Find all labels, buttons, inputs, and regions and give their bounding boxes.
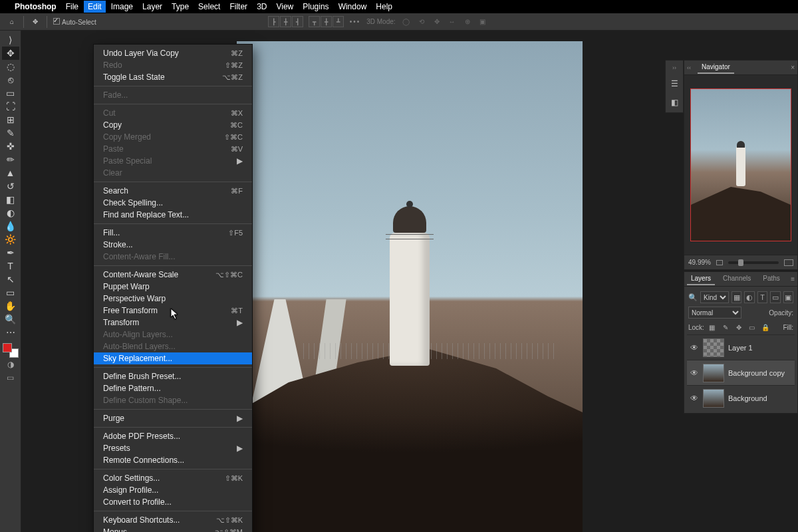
filter-smart-icon[interactable]: ▣ — [783, 291, 793, 303]
menu-view[interactable]: View — [276, 2, 293, 11]
filter-type-icon[interactable]: T — [757, 291, 767, 303]
zoom-slider[interactable] — [728, 261, 779, 264]
menu-item-assign-profile[interactable]: Assign Profile... — [94, 484, 252, 496]
menu-item-search[interactable]: Search⌘F — [94, 185, 252, 197]
menu-item-define-brush-preset[interactable]: Define Brush Preset... — [94, 370, 252, 382]
visibility-eye-icon[interactable]: 👁 — [690, 343, 699, 352]
3d-pan-icon[interactable]: ✥ — [432, 17, 442, 27]
menu-edit[interactable]: Edit — [84, 1, 106, 13]
layer-thumbnail[interactable] — [703, 338, 724, 357]
lasso-tool[interactable]: ⎋ — [2, 73, 19, 86]
zoom-tool[interactable]: 🔍 — [2, 313, 19, 326]
object-select-tool[interactable]: ▭ — [2, 86, 19, 100]
lock-position-icon[interactable]: ✥ — [733, 322, 744, 332]
align-center-h-icon[interactable]: ╋ — [280, 16, 291, 27]
menu-file[interactable]: File — [66, 2, 78, 11]
menu-item-keyboard-shortcuts[interactable]: Keyboard Shortcuts...⌥⇧⌘K — [94, 514, 252, 526]
blend-mode-select[interactable]: Normal — [688, 307, 741, 319]
filter-adjust-icon[interactable]: ◐ — [744, 291, 754, 303]
menu-select[interactable]: Select — [198, 2, 220, 11]
menu-item-undo-layer-via-copy[interactable]: Undo Layer Via Copy⌘Z — [94, 47, 252, 59]
menu-filter[interactable]: Filter — [229, 2, 247, 11]
dodge-tool[interactable]: 🔆 — [2, 233, 19, 246]
menu-item-copy[interactable]: Copy⌘C — [94, 119, 252, 131]
clone-stamp-tool[interactable]: ▲ — [2, 166, 19, 180]
menu-item-convert-to-profile[interactable]: Convert to Profile... — [94, 496, 252, 508]
menu-item-purge[interactable]: Purge▶ — [94, 412, 252, 424]
menu-window[interactable]: Window — [338, 2, 367, 11]
menu-3d[interactable]: 3D — [257, 2, 267, 11]
home-icon[interactable]: ⌂ — [7, 17, 17, 27]
move-tool-icon[interactable]: ✥ — [30, 17, 41, 27]
zoom-in-icon[interactable] — [784, 259, 793, 266]
menu-item-color-settings[interactable]: Color Settings...⇧⌘K — [94, 472, 252, 484]
foreground-color[interactable] — [3, 343, 12, 352]
move-tool[interactable]: ✥ — [2, 47, 19, 60]
layer-row[interactable]: 👁Background copy — [687, 360, 795, 385]
layer-row[interactable]: 👁Background — [687, 385, 795, 410]
type-tool[interactable]: T — [2, 259, 19, 273]
menu-item-toggle-last-state[interactable]: Toggle Last State⌥⌘Z — [94, 71, 252, 83]
3d-orbit-icon[interactable]: ◯ — [402, 17, 411, 27]
frame-tool[interactable]: ⊞ — [2, 113, 19, 126]
screen-mode-icon[interactable]: ▭ — [2, 371, 19, 384]
color-swatch[interactable] — [3, 343, 19, 358]
collapse-toolbar-icon[interactable]: ⟩ — [2, 33, 19, 47]
3d-zoom-icon[interactable]: ⊕ — [463, 17, 472, 27]
path-select-tool[interactable]: ↖ — [2, 273, 19, 286]
eyedropper-tool[interactable]: ✎ — [2, 126, 19, 140]
paths-tab[interactable]: Paths — [759, 273, 784, 285]
zoom-out-icon[interactable] — [716, 260, 723, 265]
brush-tool[interactable]: ✏ — [2, 153, 19, 166]
align-top-icon[interactable]: ┳ — [309, 16, 320, 27]
visibility-eye-icon[interactable]: 👁 — [690, 394, 699, 403]
layer-thumbnail[interactable] — [703, 389, 724, 408]
navigator-preview[interactable] — [684, 75, 797, 255]
filter-pixel-icon[interactable]: ▦ — [732, 291, 741, 303]
history-brush-tool[interactable]: ↺ — [2, 180, 19, 193]
menu-image[interactable]: Image — [111, 2, 133, 11]
app-menu[interactable]: Photoshop — [15, 2, 57, 11]
edit-toolbar-icon[interactable]: ⋯ — [2, 326, 19, 339]
align-bottom-icon[interactable]: ┻ — [332, 16, 344, 27]
layers-tab[interactable]: Layers — [687, 273, 715, 285]
menu-plugins[interactable]: Plugins — [303, 2, 329, 11]
align-center-v-icon[interactable]: ╋ — [321, 16, 332, 27]
menu-item-content-aware-scale[interactable]: Content-Aware Scale⌥⇧⌘C — [94, 269, 252, 281]
menu-item-fill[interactable]: Fill...⇧F5 — [94, 227, 252, 239]
menu-item-remote-connections[interactable]: Remote Connections... — [94, 454, 252, 466]
visibility-eye-icon[interactable]: 👁 — [690, 368, 699, 378]
menu-item-stroke[interactable]: Stroke... — [94, 239, 252, 251]
menu-item-transform[interactable]: Transform▶ — [94, 317, 252, 329]
gradient-tool[interactable]: ◐ — [2, 206, 19, 219]
3d-roll-icon[interactable]: ⟲ — [417, 17, 426, 27]
channels-tab[interactable]: Channels — [719, 273, 755, 285]
menu-type[interactable]: Type — [172, 2, 189, 11]
properties-panel-icon[interactable]: ◧ — [668, 96, 680, 108]
layer-name[interactable]: Background copy — [728, 369, 785, 377]
layer-filter-kind[interactable]: Kind — [700, 291, 729, 303]
lock-all-icon[interactable]: 🔒 — [760, 322, 771, 332]
blur-tool[interactable]: 💧 — [2, 219, 19, 233]
more-options-icon[interactable]: ••• — [350, 18, 361, 25]
menu-item-sky-replacement[interactable]: Sky Replacement... — [94, 352, 252, 364]
menu-item-find-and-replace-text[interactable]: Find and Replace Text... — [94, 209, 252, 221]
adjustments-panel-icon[interactable]: ☰ — [668, 78, 680, 90]
panel-close-icon[interactable]: × — [791, 64, 795, 71]
3d-slide-icon[interactable]: ↔ — [448, 17, 457, 27]
menu-item-presets[interactable]: Presets▶ — [94, 442, 252, 454]
crop-tool[interactable]: ⛶ — [2, 100, 19, 113]
menu-item-menus[interactable]: Menus...⌥⇧⌘M — [94, 526, 252, 532]
align-left-icon[interactable]: ┣ — [268, 16, 279, 27]
pen-tool[interactable]: ✒ — [2, 246, 19, 259]
menu-item-define-pattern[interactable]: Define Pattern... — [94, 382, 252, 394]
eraser-tool[interactable]: ◧ — [2, 193, 19, 206]
lock-artboard-icon[interactable]: ▭ — [747, 322, 757, 332]
menu-item-free-transform[interactable]: Free Transform⌘T — [94, 305, 252, 317]
menu-item-perspective-warp[interactable]: Perspective Warp — [94, 293, 252, 305]
healing-brush-tool[interactable]: ✜ — [2, 140, 19, 153]
auto-select-toggle[interactable]: Auto-Select — [53, 18, 96, 26]
marquee-tool[interactable]: ◌ — [2, 60, 19, 73]
align-right-icon[interactable]: ┫ — [292, 16, 303, 27]
document-canvas[interactable] — [237, 41, 583, 532]
